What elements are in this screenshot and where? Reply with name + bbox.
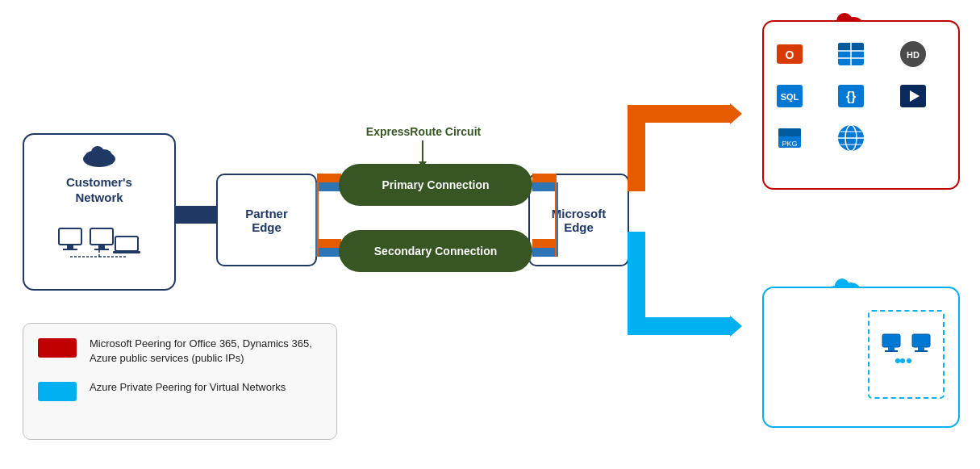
azure-private-box	[762, 287, 960, 428]
svg-text:SQL: SQL	[781, 92, 799, 102]
hdinsight-icon: HD	[895, 36, 931, 72]
svg-text:O: O	[786, 48, 794, 61]
svg-rect-9	[317, 174, 319, 257]
microsoft-edge-box: Microsoft Edge	[528, 174, 629, 266]
globe-icon	[833, 120, 869, 156]
svg-rect-1	[317, 174, 341, 182]
svg-rect-19	[628, 317, 732, 335]
svg-rect-2	[317, 182, 341, 191]
media-icon	[895, 78, 931, 114]
secondary-connection-label: Secondary Connection	[374, 245, 497, 258]
sql-icon: SQL	[772, 78, 807, 114]
office365-icon: O	[772, 36, 807, 72]
svg-marker-20	[730, 316, 742, 337]
svg-text:PKG: PKG	[782, 140, 797, 148]
svg-rect-18	[628, 232, 645, 334]
svg-rect-15	[628, 105, 645, 191]
partner-edge-title: Partner Edge	[245, 207, 288, 234]
customer-network-title: Customer's Network	[66, 175, 132, 206]
json-icon: {}	[833, 78, 869, 114]
svg-point-24	[91, 146, 104, 159]
primary-connection-label: Primary Connection	[382, 178, 489, 191]
svg-rect-5	[317, 239, 341, 248]
svg-rect-32	[113, 251, 140, 253]
legend-text-blue: Azure Private Peering for Virtual Networ…	[90, 380, 286, 395]
package-icon: PKG	[772, 120, 807, 156]
svg-marker-17	[730, 103, 742, 124]
svg-rect-69	[888, 347, 895, 350]
svg-text:{}: {}	[846, 90, 856, 103]
microsoft-edge-title: Microsoft Edge	[552, 207, 607, 234]
secondary-connection-pill: Secondary Connection	[339, 230, 532, 272]
svg-point-75	[900, 358, 905, 363]
legend-text-red: Microsoft Peering for Office 365, Dynami…	[90, 337, 322, 366]
partner-edge-box: Partner Edge	[216, 174, 317, 266]
svg-rect-74	[915, 350, 928, 352]
svg-rect-27	[63, 249, 77, 250]
virtual-network-inner	[868, 310, 945, 399]
legend-color-red	[38, 338, 77, 358]
svg-rect-73	[918, 347, 924, 350]
svg-rect-28	[90, 228, 113, 245]
svg-rect-56	[778, 128, 801, 136]
svg-rect-16	[628, 105, 732, 123]
svg-text:HD: HD	[907, 50, 920, 60]
primary-connection-pill: Primary Connection	[339, 164, 532, 206]
svg-rect-25	[59, 228, 81, 245]
svg-point-76	[907, 358, 911, 363]
svg-rect-71	[912, 334, 930, 347]
ms-services-box: O HD	[762, 20, 960, 190]
svg-rect-26	[67, 245, 73, 249]
svg-point-77	[895, 358, 900, 363]
legend-item-red: Microsoft Peering for Office 365, Dynami…	[38, 337, 322, 366]
legend-item-blue: Azure Private Peering for Virtual Networ…	[38, 380, 322, 401]
svg-rect-30	[94, 249, 109, 250]
svg-rect-6	[317, 248, 341, 257]
legend-box: Microsoft Peering for Office 365, Dynami…	[23, 323, 337, 440]
network-computers-icon	[55, 212, 144, 269]
svg-rect-70	[885, 350, 898, 352]
svg-rect-31	[115, 237, 138, 251]
svg-rect-0	[176, 206, 218, 224]
diagram-container: Customer's Network Partner Edge ExpressR…	[0, 0, 980, 469]
legend-color-blue	[38, 382, 77, 401]
svg-rect-67	[882, 334, 900, 347]
expressroute-label: ExpressRoute Circuit	[347, 125, 500, 138]
table-icon	[833, 36, 869, 72]
vm-icons	[878, 330, 935, 379]
customer-network-box: Customer's Network	[23, 133, 176, 291]
dark-cloud-icon	[80, 143, 119, 172]
